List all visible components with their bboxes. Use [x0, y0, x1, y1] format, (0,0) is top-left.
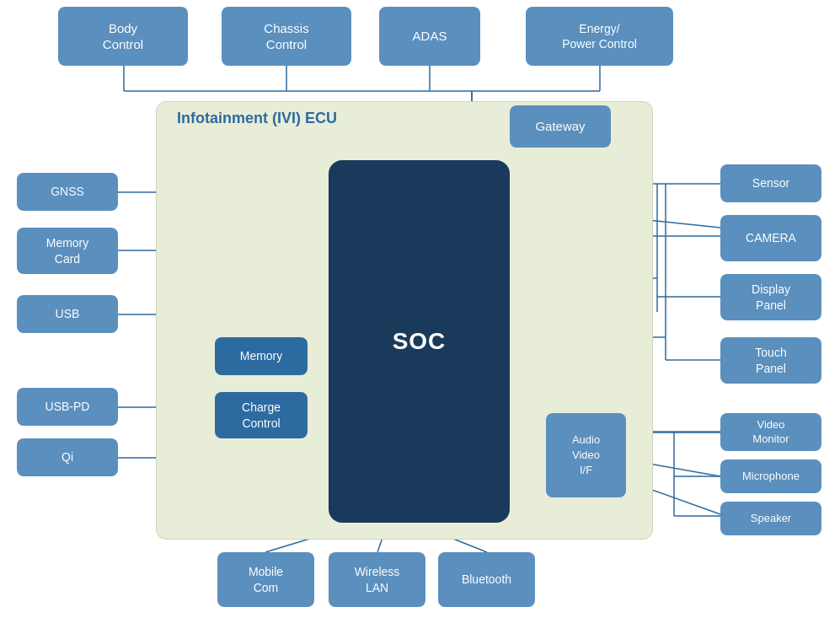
sensor-box: Sensor: [720, 164, 821, 202]
body-control-box: Body Control: [58, 7, 188, 66]
wireless-lan-box: Wireless LAN: [329, 552, 425, 607]
microphone-box: Microphone: [720, 459, 821, 493]
speaker-box: Speaker: [720, 502, 821, 535]
mobile-com-box: Mobile Com: [217, 552, 314, 607]
charge-control-box: Charge Control: [215, 392, 308, 438]
usb-pd-box: USB-PD: [17, 388, 118, 426]
diagram: Infotainment (IVI) ECU SOC Body Control …: [0, 0, 840, 634]
energy-power-box: Energy/ Power Control: [526, 7, 673, 66]
memory-inner-box: Memory: [215, 337, 308, 375]
video-monitor-box: Video Monitor: [720, 413, 821, 451]
memory-card-box: Memory Card: [17, 228, 118, 274]
soc-box: SOC: [329, 160, 510, 523]
usb-box: USB: [17, 295, 118, 333]
qi-box: Qi: [17, 438, 118, 476]
gateway-box: Gateway: [510, 105, 611, 148]
bluetooth-box: Bluetooth: [438, 552, 535, 607]
touch-panel-box: Touch Panel: [720, 337, 821, 384]
ivi-label: Infotainment (IVI) ECU: [177, 110, 337, 127]
gnss-box: GNSS: [17, 173, 118, 211]
audio-video-box: Audio Video I/F: [546, 413, 626, 497]
camera-box: CAMERA: [720, 215, 821, 261]
chassis-control-box: Chassis Control: [222, 7, 351, 66]
display-panel-box: Display Panel: [720, 274, 821, 320]
adas-box: ADAS: [379, 7, 480, 66]
